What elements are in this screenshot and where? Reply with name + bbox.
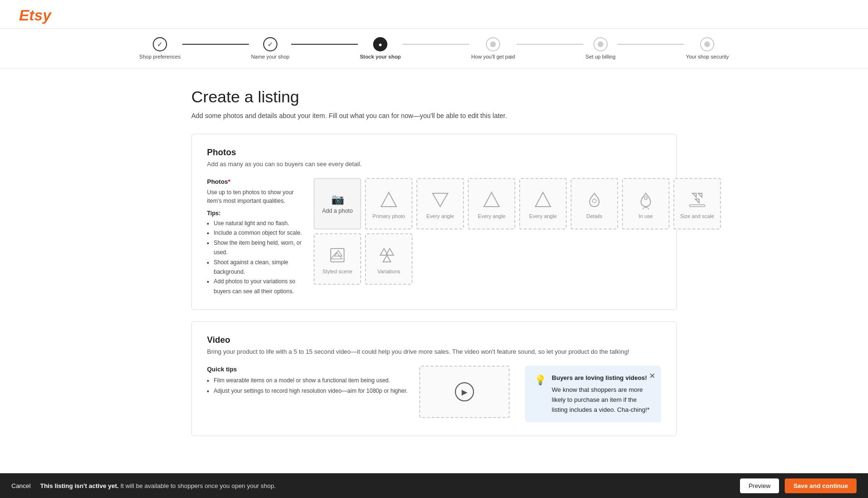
video-tip-1: Film wearable items on a model or show a… xyxy=(214,376,408,386)
photo-slot-angle-1[interactable]: Every angle xyxy=(416,178,464,229)
tip-5: Add photos to your variations so buyers … xyxy=(214,277,302,296)
bottom-right: Preview Save and continue xyxy=(740,478,857,493)
svg-marker-0 xyxy=(381,192,396,207)
step-label-shop-preferences: Shop preferences xyxy=(139,54,181,60)
step-line-3 xyxy=(403,44,469,45)
tip-3: Show the item being held, worn, or used. xyxy=(214,238,302,258)
tip-4: Shoot against a clean, simple background… xyxy=(214,258,302,277)
svg-rect-10 xyxy=(331,249,344,262)
step-set-up-billing: Set up billing xyxy=(585,37,615,60)
page-title: Create a listing xyxy=(191,88,677,106)
step-label-name-your-shop: Name your shop xyxy=(251,54,289,60)
photo-slot-in-use[interactable]: In use xyxy=(622,178,670,229)
step-how-paid: How you'll get paid xyxy=(471,37,515,60)
save-continue-button[interactable]: Save and continue xyxy=(785,478,857,493)
svg-rect-9 xyxy=(690,205,705,207)
photo-slot-variations[interactable]: Variations xyxy=(365,233,413,285)
photos-field-label: Photos* xyxy=(207,178,302,185)
video-card-subtitle: Bring your product to life with a 5 to 1… xyxy=(207,348,661,355)
status-text: This listing isn't active yet. It will b… xyxy=(40,482,276,489)
video-card-title: Video xyxy=(207,335,661,345)
camera-icon: 📷 xyxy=(331,193,344,206)
photo-slot-primary[interactable]: Primary photo xyxy=(365,178,413,229)
info-body: We know that shoppers are more likely to… xyxy=(552,385,651,415)
progress-steps: ✓ Shop preferences ✓ Name your shop ● St… xyxy=(139,37,729,60)
styled-scene-icon xyxy=(326,244,349,267)
photo-slot-angle-2[interactable]: Every angle xyxy=(468,178,515,229)
video-info-box: 💡 Buyers are loving listing videos! We k… xyxy=(525,366,661,422)
slot-label-styled-scene: Styled scene xyxy=(323,269,353,274)
video-tips-heading: Quick tips xyxy=(207,366,408,373)
preview-button[interactable]: Preview xyxy=(740,478,779,493)
photos-tips-heading: Tips: xyxy=(207,210,302,217)
photos-tips-list: Use natural light and no flash. Include … xyxy=(207,219,302,296)
svg-marker-8 xyxy=(695,199,699,203)
video-card: Video Bring your product to life with a … xyxy=(191,321,677,436)
step-circle-set-up-billing xyxy=(593,37,608,51)
step-name-your-shop: ✓ Name your shop xyxy=(251,37,289,60)
tip-1: Use natural light and no flash. xyxy=(214,219,302,228)
photo-row-2: Styled scene Variations xyxy=(314,233,721,285)
step-line-5 xyxy=(617,44,684,45)
info-lightbulb-icon: 💡 xyxy=(534,374,546,386)
info-title: Buyers are loving listing videos! xyxy=(552,373,651,383)
step-shop-preferences: ✓ Shop preferences xyxy=(139,37,181,60)
step-label-stock-your-shop: Stock your shop xyxy=(360,54,401,60)
status-bold: This listing isn't active yet. xyxy=(40,482,118,489)
svg-marker-15 xyxy=(383,255,391,262)
cancel-button[interactable]: Cancel xyxy=(11,482,30,489)
details-icon xyxy=(583,189,606,211)
photo-slot-details[interactable]: Details xyxy=(571,178,618,229)
video-tip-2: Adjust your settings to record high reso… xyxy=(214,386,408,397)
photos-tips: Photos* Use up to ten photos to show you… xyxy=(207,178,302,296)
video-inner: Quick tips Film wearable items on a mode… xyxy=(207,366,661,422)
tip-2: Include a common object for scale. xyxy=(214,228,302,238)
video-tips-list: Film wearable items on a model or show a… xyxy=(207,376,408,396)
slot-label-primary: Primary photo xyxy=(373,213,405,219)
play-icon: ▶ xyxy=(455,382,474,401)
info-text: Buyers are loving listing videos! We kno… xyxy=(552,373,651,415)
photos-card-title: Photos xyxy=(207,148,661,158)
bottom-bar: Cancel This listing isn't active yet. It… xyxy=(0,473,868,495)
main-content: Create a listing Add some photos and det… xyxy=(172,69,696,495)
photo-row-1: 📷 Add a photo Primary photo xyxy=(314,178,721,229)
svg-marker-7 xyxy=(698,193,702,197)
variations-icon xyxy=(377,244,400,267)
size-scale-icon xyxy=(686,189,709,211)
slot-label-in-use: In use xyxy=(639,213,653,219)
svg-point-5 xyxy=(644,197,647,199)
svg-marker-3 xyxy=(535,192,551,207)
add-photo-label: Add a photo xyxy=(322,208,353,214)
add-photo-slot[interactable]: 📷 Add a photo xyxy=(314,178,361,229)
step-circle-shop-security xyxy=(700,37,714,51)
video-upload-area[interactable]: ▶ xyxy=(419,366,510,418)
step-line-2 xyxy=(291,44,358,45)
top-bar: Etsy xyxy=(0,0,868,29)
photo-slot-size-scale[interactable]: Size and scale xyxy=(673,178,721,229)
video-right: ▶ 💡 Buyers are loving listing videos! We… xyxy=(419,366,661,422)
photos-card-subtitle: Add as many as you can so buyers can see… xyxy=(207,160,661,168)
page-subtitle: Add some photos and details about your i… xyxy=(191,112,677,120)
step-circle-name-your-shop: ✓ xyxy=(263,37,277,51)
step-circle-how-paid xyxy=(486,37,500,51)
slot-label-details: Details xyxy=(586,213,602,219)
slot-label-variations: Variations xyxy=(377,269,400,274)
step-label-how-paid: How you'll get paid xyxy=(471,54,515,60)
progress-bar: ✓ Shop preferences ✓ Name your shop ● St… xyxy=(0,29,868,69)
etsy-logo[interactable]: Etsy xyxy=(19,0,51,28)
photo-slot-styled-scene[interactable]: Styled scene xyxy=(314,233,361,285)
svg-marker-2 xyxy=(484,192,499,207)
in-use-icon xyxy=(634,189,657,211)
svg-marker-1 xyxy=(433,193,448,207)
photos-card: Photos Add as many as you can so buyers … xyxy=(191,134,677,310)
slot-label-size-scale: Size and scale xyxy=(680,213,714,219)
step-label-set-up-billing: Set up billing xyxy=(585,54,615,60)
photos-grid: 📷 Add a photo Primary photo xyxy=(314,178,721,296)
svg-point-4 xyxy=(592,199,596,203)
angle-2-icon xyxy=(480,189,503,211)
step-line-4 xyxy=(517,44,583,45)
photos-tips-desc: Use up to ten photos to show your item's… xyxy=(207,188,302,205)
info-close-button[interactable]: ✕ xyxy=(649,371,655,380)
photos-inner: Photos* Use up to ten photos to show you… xyxy=(207,178,661,296)
photo-slot-angle-3[interactable]: Every angle xyxy=(519,178,567,229)
